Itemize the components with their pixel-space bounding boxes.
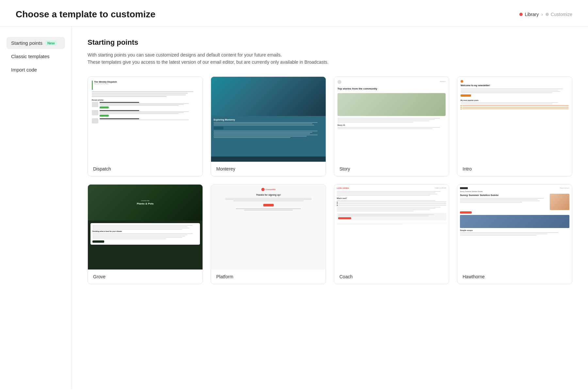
template-card-monterey[interactable]: Exploring Monterey [211,76,326,176]
top-header: Choose a template to customize Library ›… [0,0,588,26]
template-card-dispatch[interactable]: The Weekly Dispatch Top posts from this … [88,76,203,176]
templates-grid-row1: The Weekly Dispatch Top posts from this … [88,76,572,176]
breadcrumb-step1: Library [519,12,539,17]
template-card-intro[interactable]: Welcome to my newsletter! My most popula… [457,76,572,176]
sidebar-item-classic-templates[interactable]: Classic templates [7,50,65,62]
template-label-dispatch: Dispatch [88,162,203,176]
sidebar-item-starting-points[interactable]: Starting points New [7,37,65,49]
template-label-coach: Coach [334,270,449,284]
grove-mockup: LESSON ONE Plants & Pots Deciding what i… [88,185,203,270]
template-preview-hawthorne: Read in browser Sunny Summer Solstice So… [457,185,572,270]
page-title: Choose a template to customize [16,9,155,20]
description-line1: With starting points you can save custom… [88,52,282,57]
story-mockup: ISSUE 01 Top stories from the community … [334,77,449,162]
template-label-platform: Platform [211,270,326,284]
sidebar-label-import-code: Import code [11,67,37,73]
sidebar: Starting points New Classic templates Im… [0,26,72,389]
template-label-hawthorne: Hawthorne [457,270,572,284]
template-preview-story: ISSUE 01 Top stories from the community … [334,77,449,162]
monterey-mockup: Exploring Monterey [211,77,326,162]
new-badge: New [45,41,57,46]
section-description: With starting points you can save custom… [88,51,572,66]
templates-grid-row2: LESSON ONE Plants & Pots Deciding what i… [88,184,572,284]
template-preview-coach: LIZZIE JANSEN COACH & WRITER What's next… [334,185,449,270]
sidebar-label-classic-templates: Classic templates [11,54,50,59]
template-label-intro: Intro [457,162,572,176]
template-card-coach[interactable]: LIZZIE JANSEN COACH & WRITER What's next… [334,184,449,284]
template-card-grove[interactable]: LESSON ONE Plants & Pots Deciding what i… [88,184,203,284]
template-card-hawthorne[interactable]: Read in browser Sunny Summer Solstice So… [457,184,572,284]
template-preview-grove: LESSON ONE Plants & Pots Deciding what i… [88,185,203,270]
template-card-platform[interactable]: ConvertKit Thanks for signing up! Platfo… [211,184,326,284]
coach-mockup: LIZZIE JANSEN COACH & WRITER What's next… [334,185,449,270]
template-preview-intro: Welcome to my newsletter! My most popula… [457,77,572,162]
breadcrumb-label-library: Library [525,12,539,17]
template-preview-platform: ConvertKit Thanks for signing up! [211,185,326,270]
breadcrumb: Library › Customize [519,12,572,17]
content-area: Starting points With starting points you… [72,26,588,389]
breadcrumb-chevron-icon: › [541,12,543,17]
template-preview-monterey: Exploring Monterey [211,77,326,162]
breadcrumb-step2: Customize [546,12,572,17]
intro-mockup: Welcome to my newsletter! My most popula… [457,77,572,162]
breadcrumb-label-customize: Customize [551,12,572,17]
breadcrumb-dot-active [519,13,523,16]
template-label-monterey: Monterey [211,162,326,176]
template-label-story: Story [334,162,449,176]
hawthorne-mockup: Read in browser Sunny Summer Solstice So… [457,185,572,270]
breadcrumb-dot-inactive [546,13,549,16]
section-title: Starting points [88,38,572,47]
template-label-grove: Grove [88,270,203,284]
main-layout: Starting points New Classic templates Im… [0,26,588,389]
template-card-story[interactable]: ISSUE 01 Top stories from the community … [334,76,449,176]
sidebar-item-import-code[interactable]: Import code [7,64,65,76]
dispatch-mockup: The Weekly Dispatch Top posts from this … [88,77,203,162]
template-preview-dispatch: The Weekly Dispatch Top posts from this … [88,77,203,162]
sidebar-label-starting-points: Starting points [11,40,42,46]
platform-mockup: ConvertKit Thanks for signing up! [211,185,326,270]
description-line2: These templates give you access to the l… [88,59,329,65]
